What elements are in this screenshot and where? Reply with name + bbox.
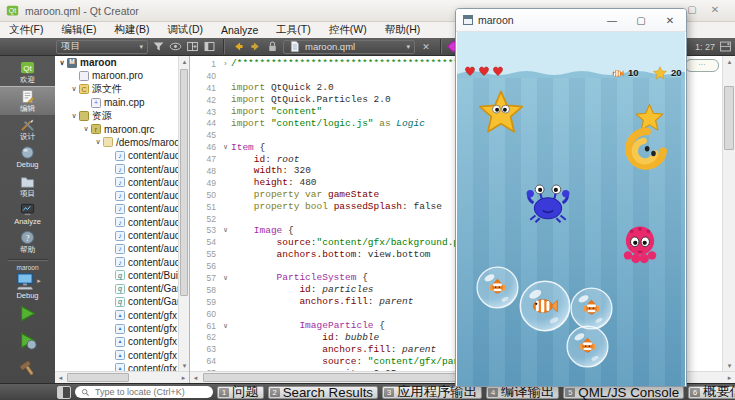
scrollbar-thumb[interactable] [724, 86, 734, 150]
mode-edit[interactable]: 编辑 [0, 86, 55, 114]
tree-row-maroon.qrc[interactable]: ∨rmaroon.qrc [55, 122, 189, 135]
navigation-pane-selector[interactable]: 项目 ▾ [56, 40, 148, 54]
output-pane-3[interactable]: 3应用程序输出 [382, 386, 482, 399]
close-document-icon[interactable]: ✕ [419, 42, 433, 52]
tree-item-label: content/auc [128, 177, 180, 188]
scroll-left-icon[interactable]: ◂ [55, 372, 66, 383]
locator[interactable] [75, 386, 213, 398]
tree-item-label: maroon.pro [92, 70, 143, 81]
scroll-right-icon[interactable]: ▸ [178, 372, 189, 383]
tree-row-content/gfx[interactable]: ▲content/gfx [55, 322, 189, 335]
output-pane-6[interactable]: 6概要信息 [688, 386, 735, 399]
scroll-up-icon[interactable]: ▴ [179, 56, 190, 67]
scroll-left-icon[interactable]: ◂ [190, 372, 201, 383]
menu-item-调试(D)[interactable]: 调试(D) [158, 22, 212, 38]
tree-row-资源[interactable]: ∨资源 [55, 109, 189, 122]
scroll-down-icon[interactable]: ▾ [723, 360, 735, 371]
game-scene[interactable]: 10 20 [457, 32, 685, 386]
tree-row-源文件[interactable]: ∨C源文件 [55, 83, 189, 96]
menu-item-构建(B)[interactable]: 构建(B) [105, 22, 158, 38]
menu-item-帮助(H)[interactable]: 帮助(H) [376, 22, 430, 38]
tree-row-content/auc[interactable]: ♪content/auc [55, 202, 189, 215]
filter-icon[interactable] [152, 40, 165, 53]
code-text: ImageParticle { [231, 320, 385, 331]
run-button[interactable] [18, 304, 37, 327]
tree-row-content/auc[interactable]: ♪content/auc [55, 216, 189, 229]
toggle-left-sidebar-icon[interactable] [57, 386, 71, 399]
creature-crab[interactable] [525, 182, 571, 224]
game-minimize-button[interactable]: — [600, 15, 624, 26]
mode-help[interactable]: 帮助 [0, 228, 55, 256]
tree-row-content/gfx[interactable]: ▲content/gfx [55, 349, 189, 362]
tree-row-content/gfx[interactable]: ▲content/gfx [55, 335, 189, 348]
tree-row-content/Gar[interactable]: qcontent/Gar [55, 295, 189, 308]
drun-icon [18, 331, 37, 350]
go-back-icon[interactable] [232, 40, 245, 53]
debug-run-button[interactable] [18, 331, 37, 354]
code-text: import "content" [231, 106, 322, 117]
scroll-up-icon[interactable]: ▴ [723, 56, 735, 67]
close-pane-icon[interactable] [203, 40, 216, 53]
go-forward-icon[interactable] [249, 40, 262, 53]
mode-qt[interactable]: 欢迎 [0, 58, 55, 86]
tree-row-content/auc[interactable]: ♪content/auc [55, 176, 189, 189]
pane-label: 问题 [232, 383, 259, 400]
game-window-titlebar[interactable]: maroon — ▢ ✕ [456, 9, 686, 32]
mode-design[interactable]: 设计 [0, 115, 55, 143]
game-maximize-button[interactable]: ▢ [629, 15, 653, 26]
locator-input[interactable] [93, 386, 207, 398]
menu-item-文件(F)[interactable]: 文件(F) [0, 22, 52, 38]
creature-swirl[interactable] [623, 127, 669, 173]
open-document-selector[interactable]: maroon.qml ▾ [283, 40, 415, 54]
search-icon [81, 388, 90, 397]
tree-row-content/gfx[interactable]: ▲content/gfx [55, 309, 189, 322]
creature-bubble-fish[interactable] [476, 266, 519, 309]
creature-bubble-fish[interactable] [570, 287, 613, 330]
scrollbar-thumb[interactable] [180, 69, 188, 296]
kit-selector[interactable]: ▸ [14, 271, 41, 291]
mode-debug[interactable]: Debug [0, 143, 55, 171]
sync-with-editor-icon[interactable] [169, 40, 182, 53]
menu-item-Analyze[interactable]: Analyze [212, 22, 267, 38]
creature-starfish[interactable] [478, 89, 524, 135]
tree-row-content/auc[interactable]: ♪content/auc [55, 242, 189, 255]
lock-icon [266, 40, 279, 53]
game-close-button[interactable]: ✕ [658, 15, 682, 26]
menu-item-编辑(E)[interactable]: 编辑(E) [52, 22, 105, 38]
creature-octopus[interactable] [619, 224, 661, 268]
tree-row-maroon.pro[interactable]: maroon.pro [55, 69, 189, 82]
tree-row-content/auc[interactable]: ♪content/auc [55, 229, 189, 242]
menu-item-工具(T)[interactable]: 工具(T) [267, 22, 319, 38]
line-number: 63 [190, 344, 220, 354]
tree-row-content/auc[interactable]: ♪content/auc [55, 189, 189, 202]
build-button[interactable] [18, 358, 37, 381]
split-pane-icon[interactable] [186, 40, 199, 53]
tree-row-/demos/maroo[interactable]: ∨/demos/maroo [55, 136, 189, 149]
split-editor-icon[interactable] [719, 40, 732, 53]
close-button[interactable]: ✕ [707, 4, 723, 15]
menu-item-控件(W)[interactable]: 控件(W) [320, 22, 376, 38]
pane-number-badge: 1 [219, 388, 229, 397]
output-pane-2[interactable]: 2Search Results [268, 386, 378, 399]
creature-bubble-fish[interactable] [566, 325, 609, 368]
tree-row-content/Bui[interactable]: qcontent/Bui [55, 269, 189, 282]
scrollbar-thumb[interactable] [67, 373, 129, 382]
tree-row-main.cpp[interactable]: +main.cpp [55, 96, 189, 109]
tree-horizontal-scrollbar[interactable]: ◂ ▸ [55, 371, 189, 383]
tree-row-content/Gar[interactable]: qcontent/Gar [55, 282, 189, 295]
mode-analyze[interactable]: Analyze [0, 199, 55, 227]
scroll-down-icon[interactable]: ▾ [179, 360, 190, 371]
output-pane-1[interactable]: 1问题 [217, 386, 264, 399]
output-pane-5[interactable]: 5QML/JS Console [563, 386, 684, 399]
creature-bubble-bigfish[interactable] [519, 280, 571, 332]
tree-row-content/auc[interactable]: ♪content/auc [55, 255, 189, 268]
mode-proj[interactable]: 项目 [0, 171, 55, 199]
editor-vertical-scrollbar[interactable]: ▴ ▾ [722, 56, 735, 371]
tree-row-content/auc[interactable]: ♪content/auc [55, 149, 189, 162]
tree-row-maroon[interactable]: ∨Mmaroon [55, 56, 189, 69]
output-pane-4[interactable]: 4编译输出 [486, 386, 559, 399]
audio-icon: ♪ [115, 231, 125, 241]
scroll-right-icon[interactable]: ▸ [724, 372, 735, 383]
tree-row-content/auc[interactable]: ♪content/auc [55, 162, 189, 175]
tree-vertical-scrollbar[interactable]: ▴ ▾ [178, 56, 189, 371]
